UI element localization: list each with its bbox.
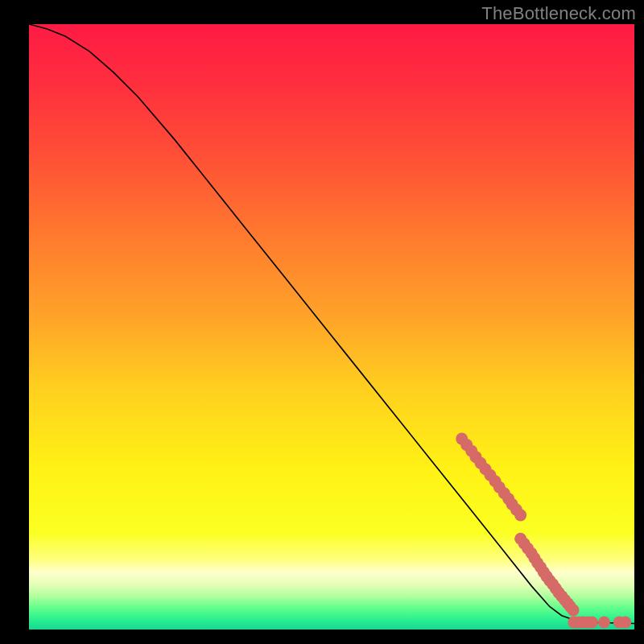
scatter-point xyxy=(598,616,610,628)
chart-overlay xyxy=(29,24,634,630)
chart-canvas: TheBottleneck.com xyxy=(0,0,644,644)
scatter-point xyxy=(568,604,580,616)
scatter-point xyxy=(619,616,631,628)
curve-line xyxy=(29,24,634,623)
watermark-text: TheBottleneck.com xyxy=(481,3,636,24)
scatter-point xyxy=(586,616,598,628)
plot-area xyxy=(29,24,634,630)
scatter-point xyxy=(514,509,526,521)
